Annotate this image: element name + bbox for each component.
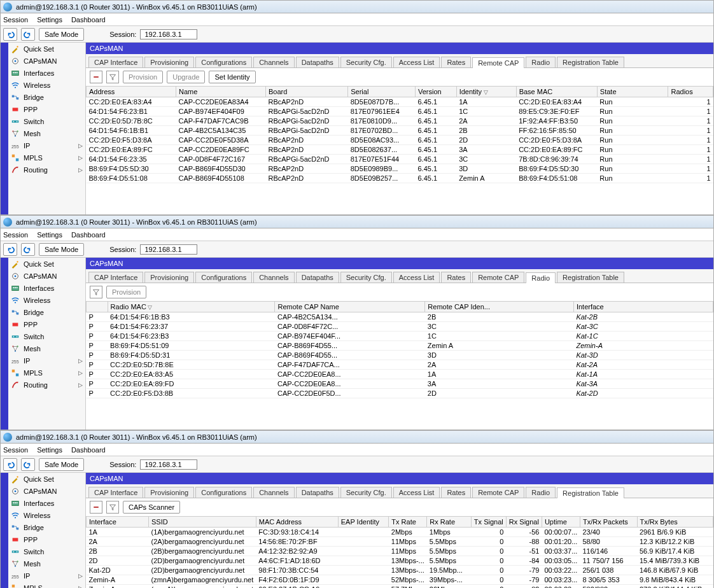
sidebar-item[interactable]: Switch: [8, 330, 85, 342]
tab[interactable]: Access List: [393, 487, 440, 498]
table-row[interactable]: B8:69:F4:D5:51:08CAP-B869F4D55108RBcAP2n…: [87, 174, 713, 183]
column-header[interactable]: EAP Identity: [338, 517, 389, 528]
menu-item[interactable]: Settings: [37, 16, 62, 24]
column-header[interactable]: Tx/Rx Packets: [580, 517, 637, 528]
tab[interactable]: CAP Interface: [88, 487, 143, 498]
filter-button[interactable]: [106, 71, 119, 83]
tab[interactable]: Datapaths: [296, 487, 339, 498]
sidebar-item[interactable]: 255IP▷: [8, 139, 85, 151]
table-row[interactable]: 2B(2B)bergamaogrenciyurdu.netA4:12:32:B2…: [87, 547, 713, 556]
tab[interactable]: Remote CAP: [472, 272, 524, 283]
data-grid[interactable]: InterfaceSSIDMAC AddressEAP IdentityTx R…: [86, 516, 713, 588]
tab[interactable]: Rates: [441, 487, 471, 498]
data-grid[interactable]: AddressNameBoardSerialVersionIdentityBas…: [86, 86, 713, 214]
column-header[interactable]: Address: [87, 87, 176, 97]
column-header[interactable]: Radios: [668, 87, 713, 97]
sidebar-item[interactable]: CAPsMAN: [8, 55, 85, 67]
column-header[interactable]: Name: [176, 87, 266, 97]
column-header[interactable]: Remote CAP Iden...: [425, 302, 574, 312]
tab[interactable]: Provisioning: [144, 272, 194, 283]
sidebar-item[interactable]: PPP: [8, 318, 85, 330]
sidebar-item[interactable]: Interfaces: [8, 497, 85, 509]
tab[interactable]: Registration Table: [557, 272, 624, 283]
table-row[interactable]: CC:2D:E0:EA:83:A4CAP-CC2DE0EA83A4RBcAP2n…: [87, 97, 713, 107]
sidebar-item[interactable]: Wireless: [8, 509, 85, 521]
tab[interactable]: CAP Interface: [88, 57, 143, 67]
sidebar-item[interactable]: MPLS▷: [8, 367, 85, 379]
table-row[interactable]: PCC:2D:E0:5D:7B:8ECAP-F47DAF7CA...2AKat-…: [87, 360, 713, 370]
tab[interactable]: Access List: [393, 272, 440, 283]
table-row[interactable]: CC:2D:E0:F5:D3:8ACAP-CC2DE0F5D38ARBcAP2n…: [87, 136, 713, 145]
table-row[interactable]: P64:D1:54:F6:23:B3CAP-B974EF404F...1CKat…: [87, 332, 713, 341]
table-row[interactable]: 1A(1A)bergamaogrenciyurdu.netFC:3D:93:18…: [87, 528, 713, 537]
table-row[interactable]: PCC:2D:E0:EA:89:FDCAP-CC2DE0EA8...3AKat-…: [87, 379, 713, 389]
tab[interactable]: Configurations: [195, 57, 252, 67]
sidebar-item[interactable]: MPLS▷: [8, 151, 85, 164]
tab[interactable]: Datapaths: [296, 57, 339, 67]
column-header[interactable]: Rx Rate: [427, 517, 472, 528]
undo-button[interactable]: [3, 243, 17, 256]
sidebar-item[interactable]: Routing▷: [8, 379, 85, 391]
tab[interactable]: Channels: [253, 487, 294, 498]
table-row[interactable]: 64:D1:54:F6:1B:B1CAP-4B2C5A134C35RBcAPGi…: [87, 126, 713, 136]
sidebar-item[interactable]: Bridge: [8, 91, 85, 103]
table-row[interactable]: PCC:2D:E0:F5:D3:8BCAP-CC2DE0F5D...2DKat-…: [87, 389, 713, 398]
sidebar-item[interactable]: CAPsMAN: [8, 270, 85, 282]
redo-button[interactable]: [21, 243, 35, 256]
table-row[interactable]: PB8:69:F4:D5:5D:31CAP-B869F4D55...3DKat-…: [87, 351, 713, 360]
column-header[interactable]: Board: [266, 87, 348, 97]
tab[interactable]: Provisioning: [144, 57, 194, 67]
tab[interactable]: Rates: [441, 272, 471, 283]
column-header[interactable]: Interface: [573, 302, 713, 312]
tab[interactable]: Configurations: [195, 272, 252, 283]
sidebar-item[interactable]: PPP: [8, 533, 85, 545]
remove-button[interactable]: [90, 71, 102, 83]
tab[interactable]: Remote CAP: [472, 487, 524, 498]
set-identity-button[interactable]: Set Identity: [209, 71, 255, 83]
sidebar-item[interactable]: PPP: [8, 103, 85, 115]
sidebar-item[interactable]: Quick Set: [8, 473, 85, 485]
menu-item[interactable]: Settings: [37, 231, 62, 239]
upgrade-button[interactable]: Upgrade: [167, 71, 205, 83]
column-header[interactable]: Tx Signal: [471, 517, 506, 528]
column-header[interactable]: MAC Address: [256, 517, 338, 528]
sidebar-item[interactable]: Quick Set: [8, 43, 85, 55]
sidebar-item[interactable]: 255IP▷: [8, 570, 85, 582]
column-header[interactable]: Remote CAP Name: [275, 302, 425, 312]
data-grid[interactable]: Radio MACRemote CAP NameRemote CAP Iden.…: [86, 301, 713, 430]
tab[interactable]: Remote CAP: [472, 57, 524, 68]
column-header[interactable]: Base MAC: [516, 87, 597, 97]
sidebar-item[interactable]: Mesh: [8, 557, 85, 570]
column-header[interactable]: Tx/Rx Bytes: [637, 517, 713, 528]
column-header[interactable]: Version: [416, 87, 457, 97]
undo-button[interactable]: [3, 28, 17, 41]
sidebar-item[interactable]: Interfaces: [8, 67, 85, 79]
column-header[interactable]: Serial: [348, 87, 416, 97]
sidebar-item[interactable]: Wireless: [8, 79, 85, 91]
menu-item[interactable]: Settings: [37, 446, 62, 454]
table-row[interactable]: CC:2D:E0:EA:89:FCCAP-CC2DE0EA89FCRBcAP2n…: [87, 145, 713, 155]
tab[interactable]: Configurations: [195, 487, 252, 498]
sidebar-item[interactable]: Interfaces: [8, 282, 85, 294]
tab[interactable]: Radio: [526, 272, 556, 283]
sidebar-item[interactable]: Switch: [8, 115, 85, 127]
undo-button[interactable]: [3, 458, 17, 471]
sidebar-item[interactable]: Quick Set: [8, 258, 85, 270]
menu-item[interactable]: Dashboard: [71, 446, 106, 454]
filter-button[interactable]: [106, 501, 119, 514]
tab[interactable]: Security Cfg.: [340, 272, 392, 283]
column-header[interactable]: Identity: [456, 87, 516, 97]
sidebar-item[interactable]: Bridge: [8, 521, 85, 533]
table-row[interactable]: P64:D1:54:F6:23:37CAP-0D8F4F72C...3CKat-…: [87, 322, 713, 332]
tab[interactable]: CAP Interface: [88, 272, 143, 283]
provision-button[interactable]: Provision: [106, 286, 146, 298]
menu-item[interactable]: Dashboard: [71, 231, 106, 239]
filter-button[interactable]: [90, 286, 102, 298]
tab[interactable]: Registration Table: [557, 57, 624, 67]
caps-scanner-button[interactable]: CAPs Scanner: [123, 501, 180, 514]
sidebar-item[interactable]: 255IP▷: [8, 354, 85, 367]
sidebar-item[interactable]: Wireless: [8, 294, 85, 306]
tab[interactable]: Provisioning: [144, 487, 194, 498]
table-row[interactable]: PCC:2D:E0:EA:83:A5CAP-CC2DE0EA8...1AKat-…: [87, 370, 713, 379]
tab[interactable]: Radio: [526, 57, 556, 67]
